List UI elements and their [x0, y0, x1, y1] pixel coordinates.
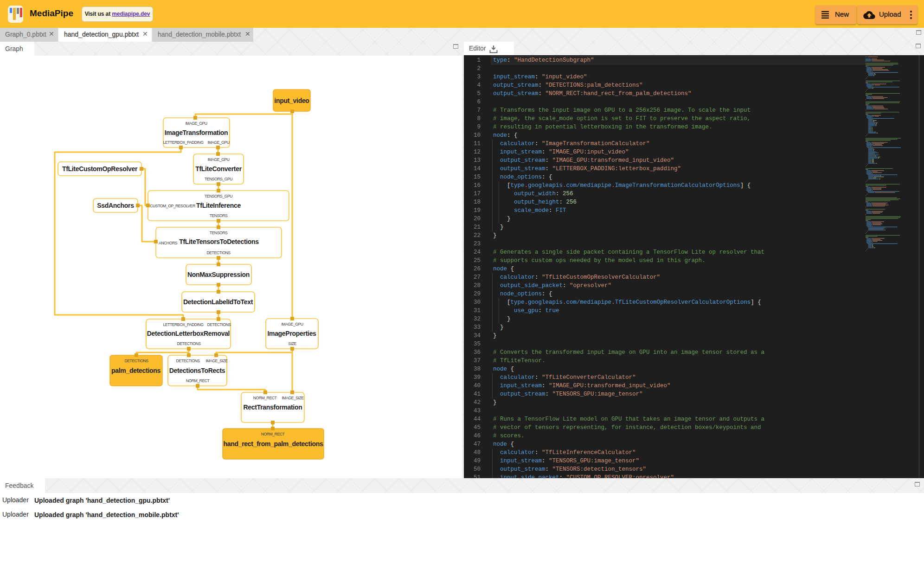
svg-text:palm_detections: palm_detections: [111, 367, 160, 374]
svg-text:CUSTOM_OP_RESOLVER: CUSTOM_OP_RESOLVER: [150, 204, 195, 208]
svg-text:RectTransformation: RectTransformation: [244, 403, 302, 411]
svg-text:IMAGE_GPU: IMAGE_GPU: [185, 121, 207, 126]
svg-text:DetectionLabelIdToText: DetectionLabelIdToText: [183, 298, 253, 306]
svg-text:LETTERBOX_PADDING: LETTERBOX_PADDING: [163, 140, 204, 145]
svg-text:DetectionLetterboxRemoval: DetectionLetterboxRemoval: [147, 330, 230, 337]
svg-text:IMAGE_GPU: IMAGE_GPU: [207, 157, 229, 162]
svg-text:ANCHORS: ANCHORS: [159, 241, 178, 245]
svg-text:DETECTIONS: DETECTIONS: [177, 341, 201, 346]
svg-text:DetectionsToRects: DetectionsToRects: [169, 367, 225, 374]
svg-text:NORM_RECT: NORM_RECT: [186, 378, 210, 383]
svg-text:ImageProperties: ImageProperties: [267, 330, 316, 337]
svg-text:DETECTIONS: DETECTIONS: [207, 250, 231, 255]
svg-text:NORM_RECT: NORM_RECT: [261, 432, 285, 436]
svg-text:TENSORS: TENSORS: [210, 230, 228, 235]
svg-text:IMAGE_SIZE: IMAGE_SIZE: [282, 396, 304, 400]
svg-text:DETECTIONS: DETECTIONS: [207, 322, 231, 327]
svg-text:ImageTransformation: ImageTransformation: [165, 129, 228, 136]
svg-text:TfLiteCustomOpResolver: TfLiteCustomOpResolver: [62, 165, 138, 173]
svg-text:input_video: input_video: [274, 97, 309, 104]
svg-text:TfLiteConverter: TfLiteConverter: [195, 165, 242, 173]
svg-text:DETECTIONS: DETECTIONS: [125, 358, 149, 363]
svg-text:TENSORS: TENSORS: [210, 213, 228, 218]
svg-text:IMAGE_SIZE: IMAGE_SIZE: [205, 358, 228, 363]
svg-text:DETECTIONS: DETECTIONS: [176, 358, 200, 363]
svg-text:LETTERBOX_PADDING: LETTERBOX_PADDING: [163, 322, 204, 327]
svg-text:hand_rect_from_palm_detections: hand_rect_from_palm_detections: [223, 440, 323, 448]
svg-text:TfLiteTensorsToDetections: TfLiteTensorsToDetections: [179, 238, 259, 245]
svg-text:SsdAnchors: SsdAnchors: [97, 202, 134, 209]
svg-text:IMAGE_GPU: IMAGE_GPU: [207, 140, 229, 145]
svg-text:TENSORS_GPU: TENSORS_GPU: [205, 194, 232, 198]
svg-text:IMAGE_GPU: IMAGE_GPU: [281, 322, 303, 326]
svg-text:NORM_RECT: NORM_RECT: [253, 396, 277, 400]
svg-text:NonMaxSuppression: NonMaxSuppression: [187, 271, 250, 278]
svg-text:TENSORS_GPU: TENSORS_GPU: [205, 177, 232, 181]
svg-text:TfLiteInference: TfLiteInference: [196, 202, 241, 209]
svg-text:SIZE: SIZE: [288, 341, 296, 346]
